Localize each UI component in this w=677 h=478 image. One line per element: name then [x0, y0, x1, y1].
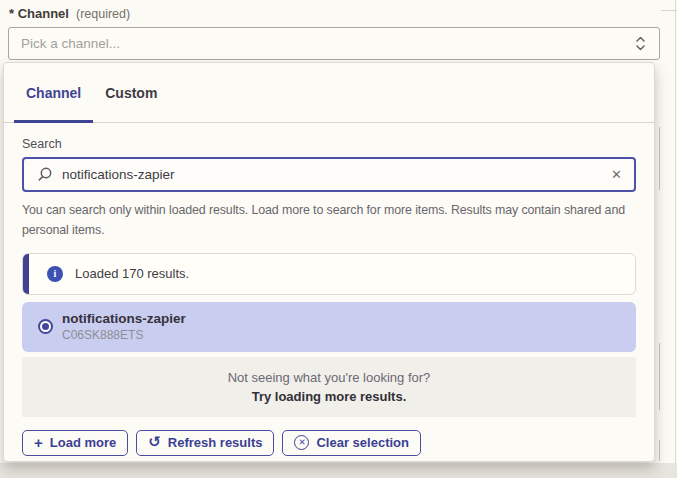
info-banner-accent-bar	[23, 254, 29, 294]
info-banner-text: Loaded 170 results.	[75, 266, 189, 281]
load-more-label: Load more	[50, 435, 116, 450]
page-background-strip	[0, 463, 677, 478]
background-artifact	[659, 127, 660, 190]
result-texts: notifications-zapier C06SK888ETS	[62, 311, 186, 342]
plus-icon: +	[34, 435, 43, 450]
result-name: notifications-zapier	[62, 311, 186, 326]
field-label-text: * Channel	[9, 6, 69, 21]
chevron-up-down-icon	[635, 35, 646, 52]
tab-channel[interactable]: Channel	[14, 63, 93, 122]
field-label: * Channel(required)	[9, 6, 130, 21]
channel-picker-screen: * Channel(required) Pick a channel... Ch…	[0, 0, 677, 478]
background-artifact	[659, 343, 660, 410]
tab-channel-label: Channel	[26, 85, 81, 101]
info-banner: i Loaded 170 results.	[22, 253, 636, 295]
channel-select[interactable]: Pick a channel...	[8, 27, 660, 60]
radio-selected-icon[interactable]	[38, 319, 53, 334]
background-artifact	[661, 10, 677, 11]
required-note: (required)	[76, 7, 130, 21]
hint-suggestion: Try loading more results.	[252, 389, 407, 404]
refresh-results-button[interactable]: ↺ Refresh results	[136, 430, 274, 456]
tab-custom[interactable]: Custom	[93, 63, 169, 122]
clear-selection-label: Clear selection	[316, 435, 409, 450]
x-circle-icon: ✕	[294, 435, 309, 450]
refresh-results-label: Refresh results	[168, 435, 263, 450]
select-placeholder: Pick a channel...	[21, 36, 635, 51]
search-icon	[36, 166, 53, 183]
result-row-selected[interactable]: notifications-zapier C06SK888ETS	[22, 302, 636, 352]
search-helper-text: You can search only within loaded result…	[22, 201, 636, 241]
search-input[interactable]	[62, 167, 602, 182]
refresh-icon: ↺	[148, 435, 161, 450]
action-buttons: + Load more ↺ Refresh results ✕ Clear se…	[22, 430, 636, 456]
background-artifact	[659, 440, 660, 461]
info-icon: i	[47, 266, 63, 282]
tab-custom-label: Custom	[105, 85, 157, 101]
load-more-hint: Not seeing what you're looking for? Try …	[22, 357, 636, 417]
background-artifact	[675, 0, 676, 463]
result-id: C06SK888ETS	[62, 328, 186, 342]
tab-bar: Channel Custom	[4, 63, 654, 123]
clear-search-icon[interactable]: ✕	[611, 168, 622, 181]
load-more-button[interactable]: + Load more	[22, 430, 128, 456]
dropdown-content: Search ✕ You can search only within load…	[4, 137, 654, 456]
search-box: ✕	[22, 157, 636, 192]
search-label: Search	[22, 137, 636, 151]
channel-dropdown-panel: Channel Custom Search ✕ You can search o…	[3, 62, 655, 462]
clear-selection-button[interactable]: ✕ Clear selection	[282, 430, 421, 456]
hint-question: Not seeing what you're looking for?	[228, 370, 431, 385]
radio-dot	[42, 323, 49, 330]
